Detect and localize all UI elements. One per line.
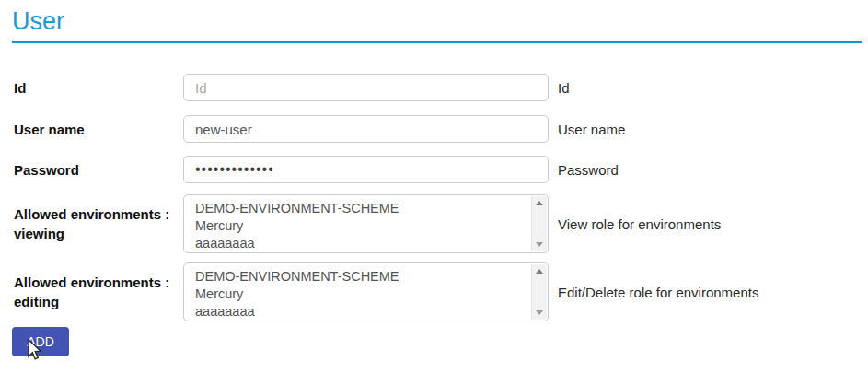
- user-form-page: User Id Id User name User name Password …: [0, 0, 868, 373]
- env-editing-option[interactable]: aaaaaaaa: [195, 303, 529, 321]
- form-row-id: Id Id: [12, 74, 862, 101]
- form-row-env-viewing: Allowed environments : viewing DEMO-ENVI…: [12, 194, 862, 253]
- env-editing-option[interactable]: DEMO-ENVIRONMENT-SCHEME: [195, 268, 529, 286]
- id-help-text: Id: [558, 80, 570, 96]
- username-input[interactable]: [183, 115, 549, 143]
- page-title: User: [12, 7, 862, 35]
- id-input[interactable]: [183, 74, 549, 101]
- password-input[interactable]: [183, 156, 549, 183]
- env-editing-option[interactable]: Mercury: [195, 286, 529, 303]
- scroll-down-icon[interactable]: [536, 242, 543, 247]
- password-label: Password: [12, 160, 183, 180]
- add-button[interactable]: ADD: [12, 327, 69, 356]
- env-editing-label: Allowed environments : editing: [12, 273, 183, 311]
- user-form: Id Id User name User name Password Passw…: [12, 74, 862, 356]
- env-viewing-help-text: View role for environments: [558, 216, 721, 232]
- scroll-up-icon[interactable]: [536, 269, 543, 274]
- scroll-down-icon[interactable]: [536, 310, 543, 315]
- env-viewing-scrollbar[interactable]: [531, 196, 547, 251]
- form-row-password: Password Password: [12, 156, 862, 183]
- env-viewing-option[interactable]: Mercury: [195, 217, 529, 235]
- form-row-username: User name User name: [12, 115, 862, 143]
- title-divider: [12, 41, 862, 43]
- form-row-env-editing: Allowed environments : editing DEMO-ENVI…: [12, 262, 862, 321]
- env-viewing-option[interactable]: aaaaaaaa: [195, 235, 529, 252]
- password-help-text: Password: [558, 162, 619, 178]
- env-viewing-listbox[interactable]: DEMO-ENVIRONMENT-SCHEME Mercury aaaaaaaa: [183, 194, 549, 253]
- env-viewing-option[interactable]: DEMO-ENVIRONMENT-SCHEME: [195, 200, 529, 217]
- env-editing-scrollbar[interactable]: [531, 264, 547, 320]
- env-editing-help-text: Edit/Delete role for environments: [558, 285, 758, 300]
- username-help-text: User name: [558, 122, 625, 137]
- env-editing-listbox[interactable]: DEMO-ENVIRONMENT-SCHEME Mercury aaaaaaaa: [183, 262, 549, 321]
- username-label: User name: [12, 120, 183, 139]
- env-viewing-label: Allowed environments : viewing: [12, 204, 183, 243]
- scroll-up-icon[interactable]: [536, 201, 543, 205]
- id-label: Id: [12, 78, 183, 98]
